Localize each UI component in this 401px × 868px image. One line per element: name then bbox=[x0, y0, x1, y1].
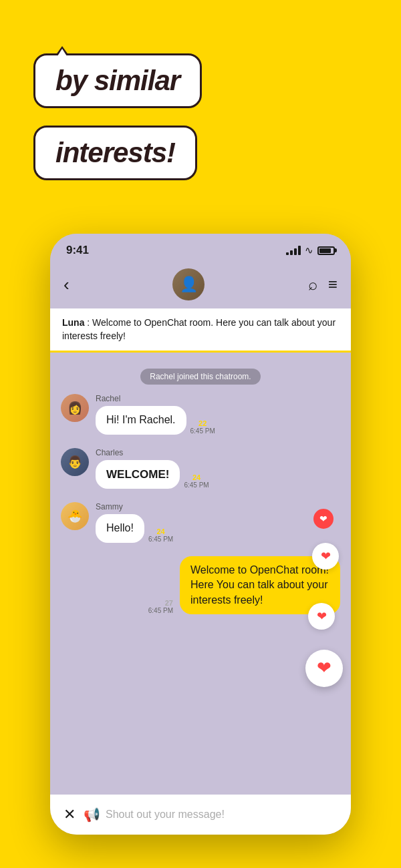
chat-message-charles: 👨 Charles WELCOME! 24 6:45 PM bbox=[61, 448, 340, 489]
back-button[interactable]: ‹ bbox=[63, 274, 70, 295]
nav-bar: ‹ 👤 ⌕ ≡ bbox=[50, 263, 351, 308]
message-row-charles: WELCOME! 24 6:45 PM bbox=[96, 460, 209, 489]
chat-message-outgoing: Welcome to OpenChat room! Here You can t… bbox=[61, 556, 340, 614]
system-message: Rachel joined this chatroom. bbox=[61, 370, 340, 382]
time-rachel: 6:45 PM bbox=[190, 427, 215, 435]
nav-avatar[interactable]: 👤 bbox=[172, 268, 205, 300]
message-content-rachel: Rachel Hi! I'm Rachel. 22 6:45 PM bbox=[96, 394, 215, 434]
nav-icons: ⌕ ≡ bbox=[308, 275, 338, 294]
bubble-charles: WELCOME! bbox=[96, 460, 180, 489]
meta-sammy: 24 6:45 PM bbox=[148, 527, 173, 543]
heart-medium-1[interactable]: ❤ bbox=[312, 543, 339, 570]
speech-bubble-1: by similar bbox=[33, 53, 202, 108]
status-bar: 9:41 ∿ bbox=[50, 234, 351, 263]
reaction-charles: 24 bbox=[192, 473, 200, 481]
bubble-text-1: by similar bbox=[55, 65, 180, 96]
bubble-rachel: Hi! I'm Rachel. bbox=[96, 406, 186, 434]
wifi-icon: ∿ bbox=[305, 244, 313, 256]
message-content-charles: Charles WELCOME! 24 6:45 PM bbox=[96, 448, 209, 489]
pinned-sender: Luna bbox=[62, 317, 84, 328]
meta-charles: 24 6:45 PM bbox=[184, 473, 209, 489]
reaction-sammy: 24 bbox=[156, 527, 164, 535]
time-outgoing: 6:45 PM bbox=[148, 607, 173, 614]
message-row-sammy: Hello! 24 6:45 PM bbox=[96, 514, 173, 542]
menu-icon[interactable]: ≡ bbox=[328, 275, 338, 294]
avatar-sammy[interactable]: 🐣 bbox=[61, 502, 89, 530]
battery-icon bbox=[317, 246, 335, 255]
heart-large[interactable]: ❤ bbox=[305, 650, 343, 687]
status-time: 9:41 bbox=[66, 244, 89, 257]
input-field-area[interactable]: 📢 Shout out your message! bbox=[84, 807, 338, 823]
chat-message-rachel: 👩 Rachel Hi! I'm Rachel. 22 6:45 PM bbox=[61, 394, 340, 434]
search-icon[interactable]: ⌕ bbox=[308, 275, 317, 294]
message-row-rachel: Hi! I'm Rachel. 22 6:45 PM bbox=[96, 406, 215, 434]
time-sammy: 6:45 PM bbox=[148, 535, 173, 543]
chat-message-sammy: 🐣 Sammy Hello! 24 6:45 PM ❤ bbox=[61, 502, 340, 542]
username-charles: Charles bbox=[96, 448, 209, 457]
signal-icon bbox=[286, 246, 301, 255]
meta-outgoing: 27 6:45 PM bbox=[148, 599, 173, 614]
megaphone-icon: 📢 bbox=[84, 807, 100, 823]
close-button[interactable]: ✕ bbox=[63, 806, 76, 823]
username-rachel: Rachel bbox=[96, 394, 215, 403]
meta-rachel: 22 6:45 PM bbox=[190, 419, 215, 435]
app-background: by similar interests! 9:41 ∿ bbox=[0, 0, 401, 868]
avatar-rachel[interactable]: 👩 bbox=[61, 394, 89, 422]
status-icons: ∿ bbox=[286, 244, 335, 256]
heart-small-1[interactable]: ❤ bbox=[313, 509, 333, 529]
message-content-outgoing: Welcome to OpenChat room! Here You can t… bbox=[148, 556, 340, 614]
username-sammy: Sammy bbox=[96, 502, 173, 511]
reaction-rachel: 22 bbox=[198, 419, 207, 427]
message-row-outgoing: Welcome to OpenChat room! Here You can t… bbox=[148, 556, 340, 614]
speech-bubbles-container: by similar interests! bbox=[33, 53, 202, 180]
system-message-text: Rachel joined this chatroom. bbox=[140, 369, 260, 385]
message-content-sammy: Sammy Hello! 24 6:45 PM bbox=[96, 502, 173, 542]
pinned-text: Welcome to OpenChat room. Here you can t… bbox=[62, 317, 336, 341]
chat-area[interactable]: Rachel joined this chatroom. 👩 Rachel Hi… bbox=[50, 353, 351, 807]
reaction-outgoing: 27 bbox=[165, 599, 173, 607]
bubble-sammy: Hello! bbox=[96, 514, 144, 542]
speech-bubble-2: interests! bbox=[33, 126, 197, 180]
avatar-charles[interactable]: 👨 bbox=[61, 448, 89, 476]
input-placeholder[interactable]: Shout out your message! bbox=[106, 809, 225, 821]
phone-mockup: 9:41 ∿ ‹ 👤 ⌕ ≡ bbox=[50, 234, 351, 835]
bubble-text-2: interests! bbox=[55, 137, 175, 168]
heart-medium-2[interactable]: ❤ bbox=[308, 603, 335, 630]
pinned-message: Luna : Welcome to OpenChat room. Here yo… bbox=[50, 308, 351, 353]
input-bar: ✕ 📢 Shout out your message! bbox=[50, 795, 351, 835]
time-charles: 6:45 PM bbox=[184, 481, 209, 489]
